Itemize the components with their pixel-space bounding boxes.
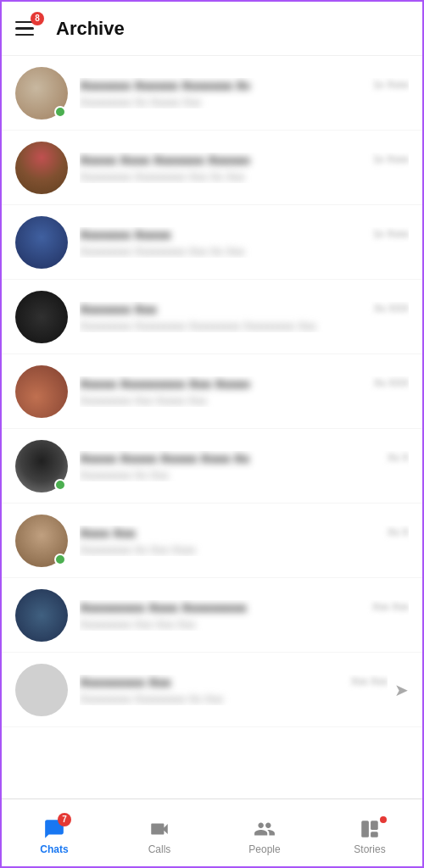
avatar-wrap [15, 664, 68, 716]
chat-time: 1x Xxxx [373, 79, 409, 91]
bottom-nav: 7 Chats Calls People Stories [2, 798, 422, 866]
chat-name: Xxxxxxx Xxxxxx Xxxxxxx Xxxx [80, 78, 249, 92]
chat-item[interactable]: Xxxxx Xxxxx Xxxxx Xxxx XxxxXx XXxxxxxxxx… [2, 429, 422, 504]
chat-preview: Xxxxxxxxx Xxx Xxx Xxx [80, 618, 317, 631]
avatar-wrap [15, 515, 68, 567]
chat-name-row: Xxxxx Xxxx Xxxxxxx Xxxxxxx Xxxx1x Xxxx [80, 153, 409, 167]
chat-preview: Xxxxxxxxx Xx Xxxxx Xxx [80, 96, 317, 108]
chat-name: Xxxxxxx Xxxxx [80, 227, 171, 242]
nav-item-people[interactable]: People [212, 811, 317, 855]
chats-label: Chats [40, 843, 68, 855]
chat-content: Xxxxx Xxxxx Xxxxx Xxxx XxxxXx XXxxxxxxxx… [80, 451, 409, 481]
chat-name-row: Xxxxx Xxxxx Xxxxx Xxxx XxxxXx X [80, 451, 409, 465]
online-indicator [54, 479, 66, 491]
menu-badge: 8 [31, 12, 44, 25]
header: 8 Archive [2, 2, 422, 56]
chat-content: Xxxxxxx XxxXx XXXXxxxxxxxx Xxxxxxxxx Xxx… [80, 302, 409, 332]
chat-time: Xx X [388, 452, 409, 464]
calls-icon [148, 818, 170, 840]
avatar [15, 216, 68, 269]
chat-content: Xxxxxxx Xxxxxx Xxxxxxx Xxxx1x XxxxXxxxxx… [80, 78, 409, 108]
chat-name: Xxxxx Xxxx Xxxxxxx Xxxxxxx Xxxx [80, 153, 249, 167]
chat-content: Xxxxxxxxx Xxxx Xxxxxxxxx XxxXxx XxxXxxxx… [80, 600, 409, 631]
chat-name: Xxxxxxxxx Xxx [80, 675, 171, 689]
avatar-wrap [15, 365, 68, 418]
send-icon: ➤ [394, 680, 409, 700]
avatar-wrap [15, 589, 68, 642]
chat-item[interactable]: Xxxxxxx XxxXx XXXXxxxxxxxx Xxxxxxxxx Xxx… [2, 280, 422, 354]
avatar [15, 589, 68, 642]
chat-item[interactable]: Xxxxx Xxxxxxxxx Xxx Xxxxxx XxXx XXXXxxxx… [2, 354, 422, 429]
avatar-wrap [15, 216, 68, 269]
chat-list: Xxxxxxx Xxxxxx Xxxxxxx Xxxx1x XxxxXxxxxx… [2, 56, 422, 802]
chat-content: Xxxxxxxxx XxxXxx XxxXxxxxxxxx Xxxxxxxxx … [80, 675, 388, 705]
chat-item[interactable]: Xxxxxxxxx XxxXxx XxxXxxxxxxxx Xxxxxxxxx … [2, 653, 422, 727]
chat-preview: Xxxxxxxxx Xx Xxx Xxxx [80, 543, 317, 556]
chat-name: Xxxxx Xxxxxxxxx Xxx Xxxxxx Xx [80, 376, 249, 391]
avatar [15, 291, 68, 343]
avatar [15, 664, 68, 716]
menu-button[interactable]: 8 [15, 14, 46, 44]
people-label: People [248, 843, 280, 855]
chat-name-row: Xxxxx Xxxxxxxxx Xxx Xxxxxx XxXx XXX [80, 376, 409, 391]
chat-name: Xxxxxxxxx Xxxx Xxxxxxxxx Xxx [80, 600, 249, 615]
chat-item[interactable]: Xxxxxxxxx Xxxx Xxxxxxxxx XxxXxx XxxXxxxx… [2, 578, 422, 653]
chat-name: Xxxx Xxx [80, 526, 136, 540]
chat-name-row: Xxxx XxxXx X [80, 526, 409, 540]
stories-label: Stories [354, 843, 385, 855]
calls-label: Calls [148, 843, 171, 855]
nav-item-calls[interactable]: Calls [107, 811, 212, 855]
chat-item[interactable]: Xxxxx Xxxx Xxxxxxx Xxxxxxx Xxxx1x XxxxXx… [2, 131, 422, 205]
chat-time: Xxx Xxx [351, 676, 388, 687]
menu-bar-3 [15, 34, 34, 36]
chat-content: Xxxxx Xxxxxxxxx Xxx Xxxxxx XxXx XXXXxxxx… [80, 376, 409, 407]
svg-rect-1 [371, 821, 378, 830]
chat-name-row: Xxxxxxx XxxXx XXX [80, 302, 409, 316]
chat-content: Xxxxxxx Xxxxx1x XxxxXxxxxxxxx Xxxxxxxxx … [80, 227, 409, 258]
chat-time: Xx X [388, 526, 409, 538]
chat-preview: Xxxxxxxxx Xxx Xxxxx Xxx [80, 394, 317, 407]
chat-time: Xx XXX [374, 377, 409, 389]
nav-item-chats[interactable]: 7 Chats [2, 811, 107, 855]
online-indicator [54, 554, 66, 565]
chat-preview: Xxxxxxxxx Xxxxxxxxx Xx Xxx [80, 693, 317, 705]
chat-name-row: Xxxxxxx Xxxxx1x Xxxx [80, 227, 409, 242]
avatar-wrap [15, 67, 68, 120]
chat-content: Xxxx XxxXx XXxxxxxxxx Xx Xxx Xxxx [80, 526, 409, 556]
stories-icon [359, 818, 381, 840]
avatar [15, 365, 68, 418]
chat-name-row: Xxxxxxxxx XxxXxx Xxx [80, 675, 388, 689]
chat-item[interactable]: Xxxx XxxXx XXxxxxxxxx Xx Xxx Xxxx [2, 504, 422, 578]
nav-item-stories[interactable]: Stories [317, 811, 422, 855]
chat-time: Xx XXX [374, 303, 409, 314]
chat-content: Xxxxx Xxxx Xxxxxxx Xxxxxxx Xxxx1x XxxxXx… [80, 153, 409, 183]
online-indicator [54, 106, 66, 118]
stories-dot [380, 816, 387, 823]
people-icon [254, 818, 276, 840]
chat-item[interactable]: Xxxxxxx Xxxxxx Xxxxxxx Xxxx1x XxxxXxxxxx… [2, 56, 422, 131]
avatar-wrap [15, 142, 68, 194]
chat-preview: Xxxxxxxxx Xxxxxxxxx Xxxxxxxxx Xxxxxxxxx … [80, 320, 317, 332]
chat-name: Xxxxx Xxxxx Xxxxx Xxxx Xxxx [80, 451, 249, 465]
avatar-wrap [15, 440, 68, 492]
chat-name-row: Xxxxxxx Xxxxxx Xxxxxxx Xxxx1x Xxxx [80, 78, 409, 92]
chat-name-row: Xxxxxxxxx Xxxx Xxxxxxxxx XxxXxx Xxx [80, 600, 409, 615]
chat-name: Xxxxxxx Xxx [80, 302, 157, 316]
chat-preview: Xxxxxxxxx Xxxxxxxxx Xxx Xx Xxx [80, 170, 317, 183]
svg-rect-0 [361, 821, 369, 837]
svg-rect-2 [371, 832, 378, 837]
chat-time: Xxx Xxx [372, 601, 409, 613]
chats-badge: 7 [58, 813, 71, 826]
chat-time: 1x Xxxx [373, 153, 409, 165]
chat-time: 1x Xxxx [373, 228, 409, 240]
menu-bar-2 [15, 27, 34, 30]
chat-item[interactable]: Xxxxxxx Xxxxx1x XxxxXxxxxxxxx Xxxxxxxxx … [2, 205, 422, 280]
chat-preview: Xxxxxxxxx Xxxxxxxxx Xxx Xx Xxx [80, 245, 317, 258]
page-title: Archive [56, 18, 125, 40]
chat-preview: Xxxxxxxxx Xx Xxx [80, 469, 317, 481]
avatar [15, 142, 68, 194]
avatar-wrap [15, 291, 68, 343]
